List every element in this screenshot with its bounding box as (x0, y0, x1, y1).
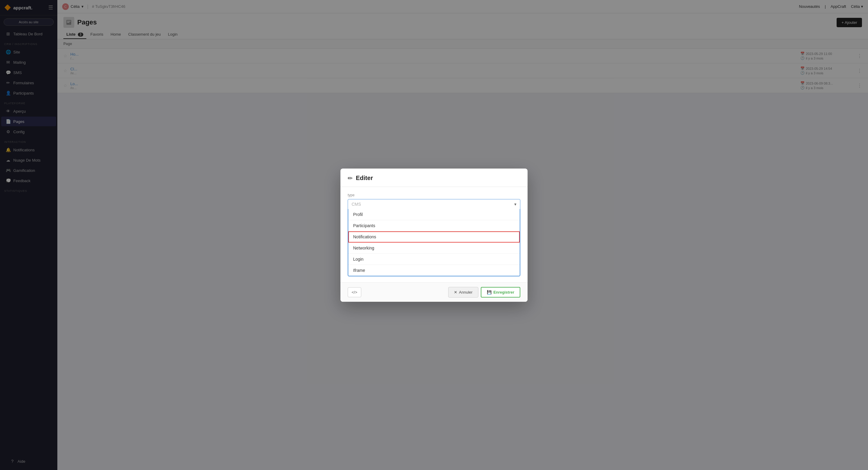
select-input-row[interactable]: CMS ▾ (348, 199, 520, 209)
select-arrow-icon: ▾ (514, 202, 517, 207)
dropdown-item-iframe[interactable]: Iframe (348, 265, 520, 276)
dropdown-list: Profil Participants Notifications Networ… (348, 209, 520, 276)
edit-icon: ✏ (348, 175, 353, 182)
dropdown-item-participants[interactable]: Participants (348, 220, 520, 231)
select-value: CMS (351, 202, 514, 207)
cancel-icon: ✕ (454, 290, 457, 294)
modal-footer: </> ✕ Annuler 💾 Enregistrer (340, 283, 528, 302)
dropdown-item-login[interactable]: Login (348, 254, 520, 265)
modal-overlay: ✏ Editer type CMS ▾ Profil Participants … (0, 0, 868, 470)
dropdown-item-notifications[interactable]: Notifications (348, 231, 520, 242)
save-icon: 💾 (487, 290, 492, 294)
dropdown-item-profil[interactable]: Profil (348, 209, 520, 220)
dropdown-item-networking[interactable]: Networking (348, 242, 520, 254)
save-label: Enregistrer (493, 290, 514, 294)
footer-right: ✕ Annuler 💾 Enregistrer (448, 287, 520, 297)
cancel-button[interactable]: ✕ Annuler (448, 287, 478, 297)
footer-left: </> (348, 287, 361, 297)
cancel-label: Annuler (459, 290, 473, 294)
modal-header: ✏ Editer (340, 169, 528, 187)
form-label: type (348, 193, 520, 197)
save-button[interactable]: 💾 Enregistrer (481, 287, 520, 297)
code-button[interactable]: </> (348, 287, 361, 297)
modal-body: type CMS ▾ Profil Participants Notificat… (340, 187, 528, 283)
select-wrapper: CMS ▾ Profil Participants Notifications (348, 199, 520, 276)
modal-title: Editer (356, 175, 373, 181)
modal: ✏ Editer type CMS ▾ Profil Participants … (340, 169, 528, 302)
